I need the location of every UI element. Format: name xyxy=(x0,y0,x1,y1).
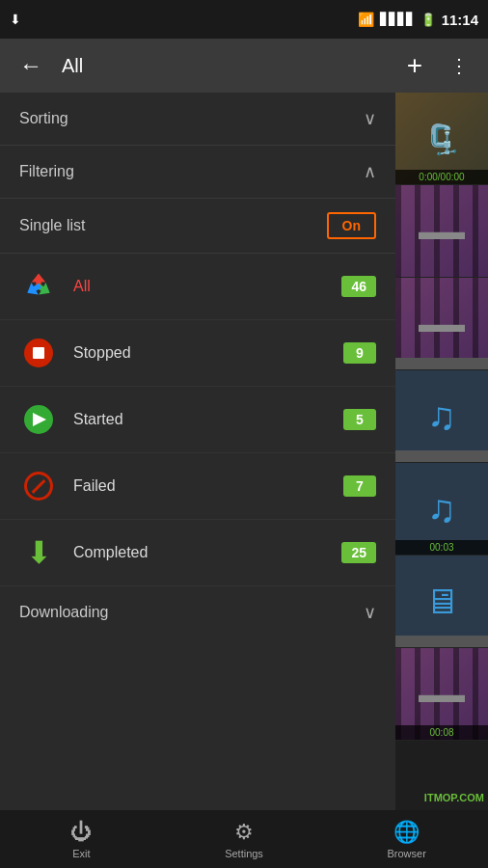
toolbar: ← All + ⋮ xyxy=(0,39,488,93)
single-list-label: Single list xyxy=(19,217,85,234)
thumb-archive[interactable]: 🗜️ 0:00/00:00 xyxy=(395,93,488,185)
status-bar: ⬇ 📶 ▋▋▋▋ 🔋 11:14 xyxy=(0,0,488,39)
filter-item-all[interactable]: All 46 xyxy=(0,254,395,320)
filter-started-name: Started xyxy=(73,411,343,428)
thumb-film-3-overlay: 00:08 xyxy=(395,725,488,740)
wifi-icon: 📶 xyxy=(358,12,374,27)
signal-icon: ▋▋▋▋ xyxy=(380,13,415,26)
status-bar-right: 📶 ▋▋▋▋ 🔋 11:14 xyxy=(358,12,478,28)
watermark: ITMOP.COM xyxy=(420,790,488,805)
browser-icon: 🌐 xyxy=(393,820,420,845)
single-list-toggle[interactable]: On xyxy=(327,212,376,239)
bottom-nav: ⏻ Exit ⚙ Settings 🌐 Browser xyxy=(0,810,488,868)
thumb-archive-overlay: 0:00/00:00 xyxy=(395,170,488,184)
filter-completed-count: 25 xyxy=(341,542,376,563)
filter-failed-name: Failed xyxy=(73,477,343,495)
sorting-chevron-icon: ∨ xyxy=(364,108,376,129)
sorting-label: Sorting xyxy=(19,110,68,127)
downloading-label: Downloading xyxy=(19,604,109,621)
all-icon xyxy=(19,267,58,306)
music-note-icon: ♫ xyxy=(427,394,456,438)
filtering-label: Filtering xyxy=(19,163,74,180)
filter-item-stopped[interactable]: Stopped 9 xyxy=(0,320,395,387)
back-button[interactable]: ← xyxy=(12,44,50,87)
thumb-music-2-overlay: 00:03 xyxy=(395,540,488,555)
failed-icon xyxy=(19,467,58,505)
single-list-row: Single list On xyxy=(0,199,395,254)
thumb-film-1[interactable]: ▬▬ xyxy=(395,185,488,278)
thumb-film-2-img: ▬▬ xyxy=(395,278,488,369)
thumb-computer-img: 🖥 xyxy=(395,556,488,647)
thumb-music-2[interactable]: ♫ 00:03 xyxy=(395,463,488,556)
thumb-computer[interactable]: 🖥 xyxy=(395,556,488,648)
nav-exit[interactable]: ⏻ Exit xyxy=(0,820,163,859)
more-button[interactable]: ⋮ xyxy=(442,46,476,85)
battery-icon: 🔋 xyxy=(420,13,436,27)
exit-label: Exit xyxy=(72,848,90,859)
toolbar-title: All xyxy=(62,55,388,77)
filter-all-name: All xyxy=(73,278,341,295)
download-status-icon: ⬇ xyxy=(10,12,21,27)
music-note-2-icon: ♫ xyxy=(427,487,456,530)
add-button[interactable]: + xyxy=(399,42,430,89)
filter-stopped-name: Stopped xyxy=(73,344,343,362)
thumb-film-3[interactable]: ▬▬ 00:08 xyxy=(395,648,488,741)
sorting-header[interactable]: Sorting ∨ xyxy=(0,93,395,146)
filter-completed-name: Completed xyxy=(73,544,341,561)
completed-arrow-icon: ⬇ xyxy=(26,537,52,568)
filter-stopped-count: 9 xyxy=(343,342,376,364)
filtering-chevron-icon: ∧ xyxy=(364,161,376,182)
filter-started-count: 5 xyxy=(343,409,376,430)
content-area: Sorting ∨ Filtering ∧ Single list On All xyxy=(0,93,488,810)
clock: 11:14 xyxy=(442,12,478,28)
settings-icon: ⚙ xyxy=(234,820,254,845)
downloading-header[interactable]: Downloading ∨ xyxy=(0,586,395,638)
thumbnail-panel: 🗜️ 0:00/00:00 ▬▬ ▬▬ ♫ xyxy=(395,93,488,810)
nav-browser[interactable]: 🌐 Browser xyxy=(325,820,488,859)
browser-label: Browser xyxy=(388,848,426,859)
filter-failed-count: 7 xyxy=(343,475,376,497)
filtering-header[interactable]: Filtering ∧ xyxy=(0,146,395,199)
started-icon xyxy=(19,400,58,439)
thumb-film-1-img: ▬▬ xyxy=(395,185,488,277)
filter-panel: Sorting ∨ Filtering ∧ Single list On All xyxy=(0,93,395,810)
nav-settings[interactable]: ⚙ Settings xyxy=(163,820,326,859)
downloading-chevron-icon: ∨ xyxy=(364,602,376,623)
computer-icon: 🖥 xyxy=(424,582,459,622)
filter-all-count: 46 xyxy=(341,276,376,297)
filter-item-failed[interactable]: Failed 7 xyxy=(0,453,395,520)
filter-item-started[interactable]: Started 5 xyxy=(0,387,395,453)
filter-item-completed[interactable]: ⬇ Completed 25 xyxy=(0,520,395,586)
status-bar-left: ⬇ xyxy=(10,12,21,27)
thumb-film-2[interactable]: ▬▬ xyxy=(395,278,488,370)
completed-icon: ⬇ xyxy=(19,533,58,572)
exit-icon: ⏻ xyxy=(70,820,92,845)
stopped-icon xyxy=(19,334,58,372)
thumb-music-1[interactable]: ♫ xyxy=(395,370,488,463)
settings-label: Settings xyxy=(225,848,263,859)
thumb-music-1-img: ♫ xyxy=(395,370,488,462)
